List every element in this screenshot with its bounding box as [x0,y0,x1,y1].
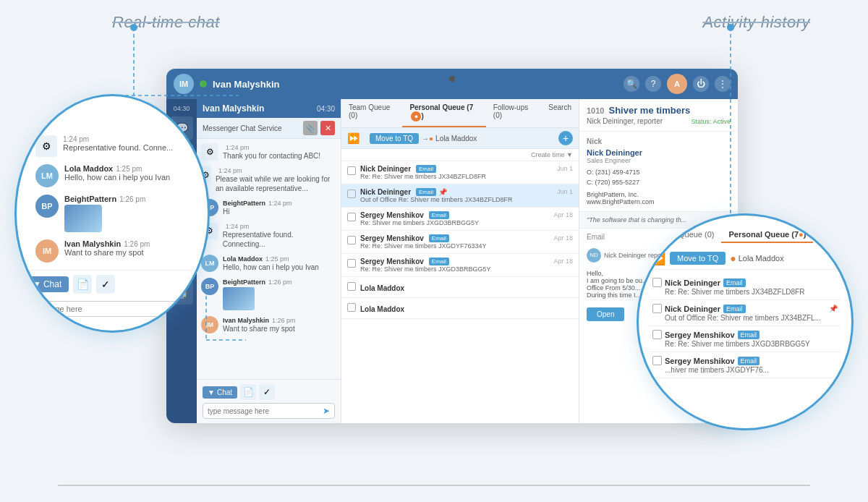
send-icon[interactable]: ➤ [323,406,330,416]
rz-email-2[interactable]: Nick Deininger Email 📌 Out of Office Re:… [650,300,841,326]
email-checkbox-3[interactable] [347,213,356,221]
email-checkbox-2[interactable] [347,190,356,198]
zoom-ivan-name: Ivan Malyshkin [64,239,121,248]
rz-badge-3: Email [738,331,760,339]
email-item-4[interactable]: Sergey Menshikov Email Re: Re: Shiver me… [341,231,579,254]
tab-search[interactable]: Search [541,99,579,127]
sort-label: Create time ▼ [531,151,573,158]
zoom-chat-arrow: ▼ [33,279,41,289]
email-checkbox-1[interactable] [347,166,356,175]
email-subject-3: Re: Shiver me timbers JXGD3BRBGG5Y [360,219,549,226]
open-button[interactable]: Open [587,307,624,321]
chat-message-bp-image: BP BeightPattern1:26 pm [201,278,336,310]
rz-email-3[interactable]: Sergey Menshikov Email Re: Re: Shiver me… [650,326,841,352]
email-subject-1: Re: Re: Shiver me timbers JX34BZFLD8FR [360,173,553,180]
detail-contact: Nick Nick Deininger Sales Engineer O: (2… [579,132,738,212]
email-item-7[interactable]: Lola Maddox [341,298,579,319]
chat-action-doc[interactable]: 📎 [303,121,318,135]
service-label: Messenger Chat Service [203,124,282,132]
msg-text2: Please wait while we are looking for an … [216,174,336,193]
email-subject-4: Re: Re: Shiver me timbers JXGDYF76334Y [360,242,549,250]
topbar-icons: 🔍 ? A ⏻ ⋮ [624,74,731,94]
rz-tab-personal[interactable]: Personal Queue (7●) [721,227,813,243]
rz-sender-3: Sergey Menshikov [665,331,735,339]
status-indicator [200,80,207,88]
rz-email-1[interactable]: Nick Deininger Email Re: Re: Shiver me t… [650,274,841,300]
queue-list: Nick Deininger Email Re: Re: Shiver me t… [341,161,579,319]
chat-messages: ⚙ 1:24 pm Thank you for contacting ABC! … [197,139,341,379]
email-badge-3: Email [429,211,449,219]
email-item-2[interactable]: Nick Deininger Email 📌 Out of Office Re:… [341,184,579,208]
tab-team-queue[interactable]: Team Queue (0) [341,99,402,127]
grid-icon[interactable]: ⋮ [715,76,731,92]
zoom-sys-text: Representative found. Conne... [63,143,173,152]
tab-followups[interactable]: Follow-ups (0) [486,99,541,127]
nick-label: Nick [587,137,731,145]
assigned-label: ● Lola Maddox [429,135,477,142]
lola-dot: ● [429,135,433,142]
reporter-avatar: ND [587,248,601,263]
rz-email-4[interactable]: Sergey Menshikov Email ...hiver me timbe… [650,352,841,378]
msg-time3: 1:24 pm [226,223,250,230]
chat-input[interactable] [208,407,323,415]
rz-check-3[interactable] [652,330,662,339]
email-sender-1: Nick Deininger [360,165,411,173]
email-badge-4: Email [429,234,449,242]
chat-input-area[interactable]: ➤ [203,403,335,419]
detail-header: 1010 Shiver me timbers Nick Deininger, r… [579,99,738,132]
email-sender-7: Lola Maddox [360,305,404,313]
zoom-chat-button[interactable]: ▼ Chat [25,276,69,292]
email-item-6[interactable]: Lola Maddox [341,277,579,298]
email-date-5: Apr 18 [553,258,573,265]
rz-check-2[interactable] [652,304,662,313]
chat-message-ivan1: IM Ivan Malyshkin1:26 pm Want to share m… [201,316,336,333]
topbar: IM Ivan Malyshkin 🔍 ? A ⏻ ⋮ [166,69,738,99]
rz-lola-dot: ● [730,252,736,264]
queue-add-button[interactable]: + [558,131,573,145]
bp-sender1: BeightPattern [223,200,265,207]
zoom-ivan-text: Want to share my spot [64,248,150,257]
email-sender-3: Sergey Menshikov [360,211,424,219]
rz-check-1[interactable] [652,278,662,287]
zoom-check-button[interactable]: ✓ [96,275,115,294]
help-icon[interactable]: ? [645,76,661,92]
zoom-ivan-time: 1:26 pm [124,240,150,248]
email-sender-5: Sergey Menshikov [360,258,424,265]
contact-name: Nick Deininger [587,148,731,157]
check-button[interactable]: ✓ [259,384,275,400]
email-item-1[interactable]: Nick Deininger Email Re: Re: Shiver me t… [341,161,579,184]
rz-header-row: ⏩ Move to TQ ● Lola Maddox [650,247,841,270]
rz-content: Team Queue (0) Personal Queue (7●) ⏩ Mov… [644,227,846,378]
email-checkbox-5[interactable] [347,259,356,268]
email-item-5[interactable]: Sergey Menshikov Email Re: Re: Shiver me… [341,254,579,277]
chat-action-close[interactable]: ✕ [320,121,335,135]
rz-move-button[interactable]: Move to TQ [670,252,726,265]
tab-personal-queue[interactable]: Personal Queue (7●) [402,99,485,127]
contact-title: Sales Engineer [587,157,731,164]
agent-name: Ivan Malyshkin [213,79,618,90]
rz-check-4[interactable] [652,356,662,365]
email-subject-5: Re: Re: Shiver me timbers JXGD3BRBGG5Y [360,265,549,273]
doc-button[interactable]: 📄 [240,384,256,400]
msg-text3: Representative found. Connecting... [223,230,336,249]
sidebar-time: 04:30 [174,105,190,112]
email-checkbox-4[interactable] [347,236,356,244]
zoom-doc-button[interactable]: 📄 [73,275,92,294]
email-badge-5: Email [429,258,449,265]
chat-header-name: Ivan Malyshkin [203,103,264,114]
right-annotation: Activity history [702,13,810,32]
chat-button[interactable]: ▼ Chat [203,386,237,399]
search-icon[interactable]: 🔍 [624,76,639,92]
bp-time1: 1:24 pm [268,200,292,207]
move-to-tq-button[interactable]: Move to TQ [370,133,419,144]
power-icon[interactable]: ⏻ [693,76,709,92]
phone-c: C: (720) 955-5227 [587,177,731,187]
bp-sender2: BeightPattern [223,278,265,286]
chat-actions: 📎 ✕ [303,121,335,135]
chat-message-lola1: LM Lola Maddox1:25 pm Hello, how can i h… [201,255,336,272]
email-checkbox-6[interactable] [347,282,356,291]
zoom-bp-time: 1:26 pm [119,195,145,203]
zoom-lola-name: Lola Maddox [64,164,113,173]
email-item-3[interactable]: Sergey Menshikov Email Re: Shiver me tim… [341,208,579,231]
email-checkbox-7[interactable] [347,303,356,312]
